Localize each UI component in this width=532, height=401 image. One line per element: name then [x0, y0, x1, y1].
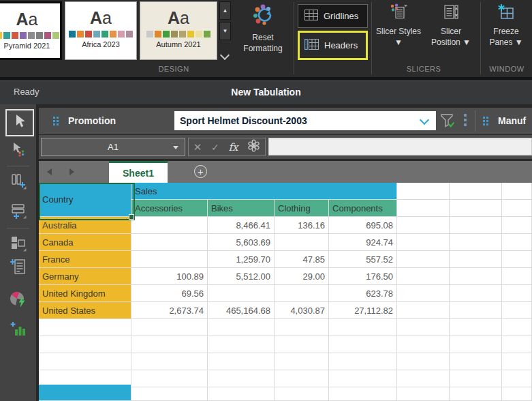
- empty-cell[interactable]: [502, 183, 532, 200]
- empty-cell[interactable]: [397, 353, 450, 370]
- empty-cell[interactable]: [450, 336, 502, 353]
- empty-cell[interactable]: [397, 336, 450, 353]
- data-cell[interactable]: [275, 234, 329, 251]
- select-tool-button[interactable]: [5, 109, 34, 136]
- slicer-drag-handle-icon[interactable]: [53, 117, 59, 125]
- empty-cell[interactable]: [131, 319, 208, 336]
- column-header-cell[interactable]: Clothing: [275, 200, 329, 217]
- filter-applied-icon[interactable]: [440, 113, 456, 132]
- empty-cell[interactable]: [329, 336, 397, 353]
- column-header-cell[interactable]: Bikes: [208, 200, 275, 217]
- row-header-cell[interactable]: Australia: [39, 217, 131, 234]
- empty-cell[interactable]: [450, 387, 502, 401]
- empty-cell[interactable]: [450, 302, 502, 319]
- data-cell[interactable]: [275, 285, 329, 302]
- empty-cell[interactable]: [397, 234, 450, 251]
- data-cell[interactable]: 69.56: [131, 285, 208, 302]
- empty-cell[interactable]: [450, 234, 502, 251]
- row-header-cell[interactable]: United Kingdom: [39, 285, 131, 302]
- data-cell[interactable]: [131, 217, 208, 234]
- row-header-cell[interactable]: France: [39, 251, 131, 268]
- empty-cell[interactable]: [502, 217, 532, 234]
- column-header-cell[interactable]: Accessories: [131, 200, 208, 217]
- empty-cell[interactable]: [39, 319, 131, 336]
- empty-cell[interactable]: [329, 353, 397, 370]
- row-header-cell[interactable]: Germany: [39, 268, 131, 285]
- data-cell[interactable]: 27,112.82: [329, 302, 397, 319]
- empty-cell[interactable]: [502, 336, 532, 353]
- formula-input[interactable]: [268, 138, 532, 155]
- tab-sheet1[interactable]: Sheet1: [109, 161, 168, 183]
- sales-group-header-cell[interactable]: Sales: [131, 183, 397, 200]
- empty-cell[interactable]: [39, 353, 131, 370]
- empty-cell[interactable]: [450, 268, 502, 285]
- slicer-styles-button[interactable]: Slicer Styles ▼: [374, 3, 423, 48]
- data-cell[interactable]: [131, 234, 208, 251]
- empty-cell[interactable]: [397, 217, 450, 234]
- empty-cell[interactable]: [502, 200, 532, 217]
- enter-icon[interactable]: ✓: [211, 142, 219, 153]
- data-cell[interactable]: 176.50: [329, 268, 397, 285]
- data-cell[interactable]: 5,603.69: [208, 234, 275, 251]
- layout-tool-button[interactable]: [5, 234, 31, 256]
- data-cell[interactable]: 465,164.68: [208, 302, 275, 319]
- empty-cell[interactable]: [397, 370, 450, 387]
- row-header-cell[interactable]: United States: [39, 302, 131, 319]
- empty-cell[interactable]: [450, 217, 502, 234]
- empty-cell[interactable]: [131, 336, 208, 353]
- empty-cell[interactable]: [450, 200, 502, 217]
- empty-cell[interactable]: [450, 251, 502, 268]
- empty-cell[interactable]: [397, 183, 450, 200]
- data-cell[interactable]: 136.16: [275, 217, 329, 234]
- empty-cell[interactable]: [397, 302, 450, 319]
- data-cell[interactable]: 47.85: [275, 251, 329, 268]
- empty-cell[interactable]: [397, 285, 450, 302]
- empty-cell[interactable]: [502, 234, 532, 251]
- data-cell[interactable]: 623.78: [329, 285, 397, 302]
- name-box-dropdown-icon[interactable]: [173, 146, 178, 149]
- data-cell[interactable]: 924.74: [329, 234, 397, 251]
- empty-cell[interactable]: [502, 268, 532, 285]
- empty-cell[interactable]: [208, 370, 275, 387]
- add-report-button[interactable]: [5, 257, 31, 279]
- multi-select-tool-button[interactable]: [5, 140, 31, 162]
- empty-cell[interactable]: [502, 285, 532, 302]
- empty-cell[interactable]: [208, 319, 275, 336]
- empty-cell[interactable]: [502, 302, 532, 319]
- gallery-scroll-down-button[interactable]: ▼: [219, 22, 231, 40]
- add-row-slicer-button[interactable]: [5, 201, 31, 223]
- next-sheet-icon[interactable]: [69, 168, 74, 175]
- reset-formatting-button[interactable]: Reset Formatting: [234, 3, 292, 54]
- empty-cell[interactable]: [275, 336, 329, 353]
- empty-cell[interactable]: [397, 251, 450, 268]
- data-cell[interactable]: 5,512.00: [208, 268, 275, 285]
- data-cell[interactable]: 100.89: [131, 268, 208, 285]
- theme-africa-2023[interactable]: AaAfrica 2023: [65, 1, 137, 60]
- add-column-slicer-button[interactable]: [5, 172, 31, 194]
- empty-cell[interactable]: [397, 200, 450, 217]
- add-sheet-button[interactable]: +: [194, 165, 207, 178]
- empty-cell[interactable]: [208, 353, 275, 370]
- prev-sheet-icon[interactable]: [47, 168, 52, 175]
- empty-cell[interactable]: [329, 387, 397, 401]
- promotion-dropdown[interactable]: Sport Helmet Discount-2003: [174, 111, 436, 130]
- empty-cell[interactable]: [450, 370, 502, 387]
- empty-cell[interactable]: [502, 353, 532, 370]
- data-cell[interactable]: [131, 251, 208, 268]
- data-cell[interactable]: 1,259.70: [208, 251, 275, 268]
- slicer-drag-handle-icon[interactable]: [483, 117, 488, 125]
- data-cell[interactable]: 29.00: [275, 268, 329, 285]
- empty-cell[interactable]: [208, 387, 275, 401]
- empty-cell[interactable]: [329, 370, 397, 387]
- empty-cell[interactable]: [450, 285, 502, 302]
- corner-header-cell[interactable]: Country: [39, 183, 131, 217]
- data-cell[interactable]: 2,673.74: [131, 302, 208, 319]
- column-header-cell[interactable]: Components: [329, 200, 397, 217]
- ai-assistant-icon[interactable]: [247, 139, 260, 155]
- empty-cell[interactable]: [397, 319, 450, 336]
- empty-cell[interactable]: [329, 319, 397, 336]
- empty-cell[interactable]: [450, 183, 502, 200]
- empty-cell[interactable]: [275, 319, 329, 336]
- empty-cell[interactable]: [275, 370, 329, 387]
- name-box[interactable]: A1: [41, 138, 185, 156]
